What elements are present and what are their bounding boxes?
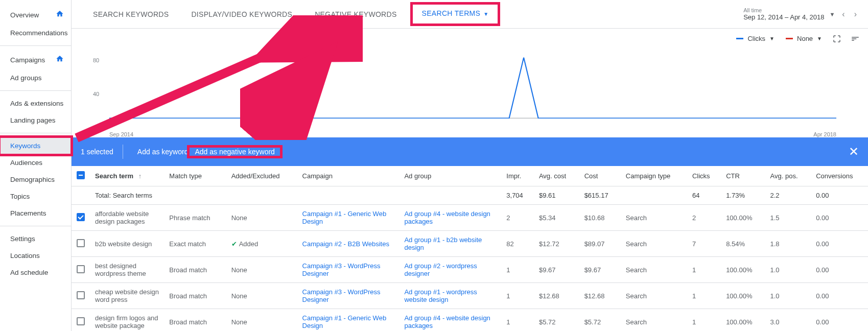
cell-added: None bbox=[226, 283, 297, 309]
table-row: cheap website design word pressBroad mat… bbox=[72, 283, 868, 309]
date-range-value: Sep 12, 2014 – Apr 4, 2018 bbox=[743, 13, 824, 21]
cell-campaign-link[interactable]: Campaign #2 - B2B Websites bbox=[297, 231, 400, 257]
sidebar-item-audiences[interactable]: Audiences bbox=[0, 154, 71, 171]
total-row: Total: Search terms 3,704 $9.61 $615.17 … bbox=[72, 186, 868, 205]
row-checkbox[interactable] bbox=[77, 317, 85, 325]
y-tick: 0 bbox=[93, 125, 96, 131]
expand-icon[interactable] bbox=[832, 34, 841, 43]
cell-cost: $10.68 bbox=[579, 205, 621, 231]
sidebar-item-keywords[interactable]: Keywords bbox=[0, 137, 71, 154]
col-campaign-type[interactable]: Campaign type bbox=[621, 166, 687, 186]
cell-adgroup-link[interactable]: Ad group #1 - b2b website design bbox=[399, 231, 501, 257]
sidebar-item-label: Ad schedule bbox=[10, 269, 48, 276]
cell-added: None bbox=[226, 309, 297, 332]
next-period-button[interactable]: › bbox=[852, 8, 859, 21]
col-conversions[interactable]: Conversions bbox=[811, 166, 868, 186]
col-search-term[interactable]: Search term ↑ bbox=[90, 166, 164, 186]
cell-adgroup-link[interactable]: Ad group #2 - wordpress designer bbox=[399, 257, 501, 283]
sidebar-item-label: Ad groups bbox=[10, 74, 42, 82]
col-avg-cost[interactable]: Avg. cost bbox=[534, 166, 579, 186]
tabs-row: SEARCH KEYWORDSDISPLAY/VIDEO KEYWORDSNEG… bbox=[72, 0, 868, 29]
tab-search-keywords[interactable]: SEARCH KEYWORDS bbox=[82, 1, 180, 28]
col-clicks[interactable]: Clicks bbox=[687, 166, 721, 186]
sidebar-item-ads-extensions[interactable]: Ads & extensions bbox=[0, 95, 71, 112]
cell-clicks: 2 bbox=[687, 205, 721, 231]
cell-added: None bbox=[226, 257, 297, 283]
table-row: affordable website design packagesPhrase… bbox=[72, 205, 868, 231]
col-added-excluded[interactable]: Added/Excluded bbox=[226, 166, 297, 186]
col-ctr[interactable]: CTR bbox=[721, 166, 765, 186]
cell-match-type: Phrase match bbox=[164, 205, 226, 231]
tab-display-video-keywords[interactable]: DISPLAY/VIDEO KEYWORDS bbox=[180, 1, 303, 28]
cell-campaign-link[interactable]: Campaign #3 - WordPress Designer bbox=[297, 283, 400, 309]
sidebar-item-label: Keywords bbox=[10, 142, 40, 150]
cell-adgroup-link[interactable]: Ad group #4 - website design packages bbox=[399, 205, 501, 231]
col-campaign[interactable]: Campaign bbox=[297, 166, 400, 186]
cell-match-type: Exact match bbox=[164, 231, 226, 257]
sidebar-item-topics[interactable]: Topics bbox=[0, 188, 71, 205]
x-tick: Sep 2014 bbox=[109, 131, 133, 137]
sidebar-item-landing-pages[interactable]: Landing pages bbox=[0, 112, 71, 129]
table-row: best designed wordpress themeBroad match… bbox=[72, 257, 868, 283]
date-range-picker[interactable]: All time Sep 12, 2014 – Apr 4, 2018 ▼ ‹ … bbox=[743, 7, 859, 21]
metric-2-picker[interactable]: None ▼ bbox=[785, 34, 823, 43]
row-checkbox[interactable] bbox=[77, 265, 85, 273]
sort-up-icon: ↑ bbox=[138, 172, 142, 180]
cell-impr: 1 bbox=[501, 257, 534, 283]
cell-campaign-link[interactable]: Campaign #1 - Generic Web Design bbox=[297, 309, 400, 332]
sidebar-item-campaigns[interactable]: Campaigns bbox=[0, 50, 71, 69]
sidebar-item-overview[interactable]: Overview bbox=[0, 5, 71, 25]
cell-campaign-link[interactable]: Campaign #1 - Generic Web Design bbox=[297, 205, 400, 231]
table-row: b2b website designExact match✔AddedCampa… bbox=[72, 231, 868, 257]
caret-down-icon: ▼ bbox=[769, 36, 775, 41]
tab-negative-keywords[interactable]: NEGATIVE KEYWORDS bbox=[303, 1, 408, 28]
cell-impr: 2 bbox=[501, 205, 534, 231]
select-all-checkbox[interactable] bbox=[77, 171, 85, 179]
sidebar-item-label: Ads & extensions bbox=[10, 100, 63, 107]
cell-match-type: Broad match bbox=[164, 309, 226, 332]
row-checkbox[interactable] bbox=[77, 291, 85, 299]
tune-icon[interactable] bbox=[851, 34, 860, 43]
add-as-keyword-button[interactable]: Add as keyword bbox=[132, 148, 194, 156]
col-impr[interactable]: Impr. bbox=[501, 166, 534, 186]
row-checkbox[interactable] bbox=[77, 239, 85, 247]
sidebar-item-settings[interactable]: Settings bbox=[0, 230, 71, 247]
sidebar-item-recommendations[interactable]: Recommendations bbox=[0, 25, 71, 41]
home-icon bbox=[56, 10, 66, 20]
main-panel: SEARCH KEYWORDSDISPLAY/VIDEO KEYWORDSNEG… bbox=[72, 0, 868, 331]
prev-period-button[interactable]: ‹ bbox=[840, 8, 847, 21]
tab-search-terms[interactable]: SEARCH TERMS▼ bbox=[410, 2, 501, 26]
cell-avg_cost: $12.72 bbox=[534, 231, 579, 257]
cell-ctr: 100.00% bbox=[721, 309, 765, 332]
cell-search-term: b2b website design bbox=[90, 231, 164, 257]
cell-conv: 0.00 bbox=[811, 309, 868, 332]
cell-adgroup-link[interactable]: Ad group #4 - website design packages bbox=[399, 309, 501, 332]
metric-1-picker[interactable]: Clicks ▼ bbox=[735, 34, 776, 43]
cell-clicks: 1 bbox=[687, 309, 721, 332]
cell-match-type: Broad match bbox=[164, 283, 226, 309]
col-ad-group[interactable]: Ad group bbox=[399, 166, 501, 186]
sidebar-item-ad-groups[interactable]: Ad groups bbox=[0, 69, 71, 86]
cell-campaign-link[interactable]: Campaign #3 - WordPress Designer bbox=[297, 257, 400, 283]
cell-search-term: affordable website design packages bbox=[90, 205, 164, 231]
sidebar-item-label: Demographics bbox=[10, 176, 55, 183]
cell-search-term: best designed wordpress theme bbox=[90, 257, 164, 283]
sidebar-item-locations[interactable]: Locations bbox=[0, 247, 71, 264]
cell-avg_pos: 1.0 bbox=[765, 257, 811, 283]
sidebar-item-ad-schedule[interactable]: Ad schedule bbox=[0, 264, 71, 281]
sidebar-item-placements[interactable]: Placements bbox=[0, 205, 71, 222]
add-as-negative-keyword-button[interactable]: Add as negative keyword bbox=[187, 145, 282, 158]
cell-ctr: 100.00% bbox=[721, 205, 765, 231]
sidebar: OverviewRecommendationsCampaignsAd group… bbox=[0, 0, 72, 331]
cell-clicks: 1 bbox=[687, 283, 721, 309]
cell-adgroup-link[interactable]: Ad group #1 - wordpress website design bbox=[399, 283, 501, 309]
cell-search-term: design firm logos and website package bbox=[90, 309, 164, 332]
cell-impr: 1 bbox=[501, 283, 534, 309]
sidebar-item-demographics[interactable]: Demographics bbox=[0, 171, 71, 188]
col-avg-pos[interactable]: Avg. pos. bbox=[765, 166, 811, 186]
row-checkbox[interactable] bbox=[77, 213, 85, 221]
col-match-type[interactable]: Match type bbox=[164, 166, 226, 186]
sidebar-item-label: Placements bbox=[10, 209, 46, 217]
close-icon[interactable]: ✕ bbox=[849, 145, 859, 159]
col-cost[interactable]: Cost bbox=[579, 166, 621, 186]
